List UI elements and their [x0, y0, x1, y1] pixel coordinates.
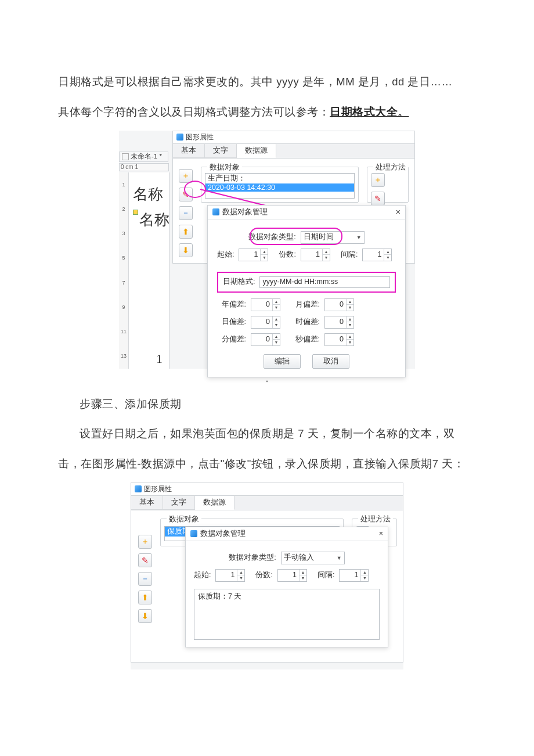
- count-label: 份数:: [279, 250, 295, 260]
- paragraph-1: 日期格式是可以根据自己需求更改的。其中 yyyy 是年，MM 是月，dd 是日……: [58, 67, 476, 97]
- manual-text-input[interactable]: 保质期：7 天: [194, 589, 380, 640]
- year-offset-spinner[interactable]: 0▲▼: [251, 298, 280, 311]
- format-label: 日期格式:: [223, 277, 255, 287]
- step-3-heading: 步骤三、添加保质期: [58, 389, 476, 419]
- minute-offset-label: 分偏差:: [217, 334, 246, 344]
- edit-button-2[interactable]: ✎: [138, 553, 152, 567]
- group-process-method: 处理方法: [373, 163, 408, 172]
- start-label: 起始:: [217, 250, 234, 260]
- gap-spinner-2[interactable]: 1▲▼: [339, 569, 369, 582]
- chevron-down-icon: ▼: [337, 555, 342, 561]
- move-down-button-2[interactable]: ⬇: [138, 609, 152, 623]
- document-tab[interactable]: 未命名-1 *: [119, 152, 168, 162]
- canvas-text-name-2[interactable]: 名称: [133, 210, 169, 230]
- chevron-down-icon: ▼: [356, 235, 362, 240]
- hour-offset-spinner[interactable]: 0▲▼: [324, 316, 354, 329]
- paragraph-2-pre: 具体每个字符的含义以及日期格式调整方法可以参考：: [58, 106, 330, 118]
- tab-text-2[interactable]: 文字: [163, 496, 195, 510]
- highlight-box-format: 日期格式: yyyy-MM-dd HH:mm:ss: [217, 272, 396, 293]
- data-object-manage-dialog-2: 数据对象管理 × 数据对象类型: 手动输入▼ 起始: 1▲▼ 份数: 1▲▼: [185, 527, 388, 647]
- move-up-button-2[interactable]: ⬆: [138, 591, 152, 604]
- type-dropdown[interactable]: 日期时间▼: [301, 231, 365, 244]
- data-object-row-2-selected[interactable]: 2020-03-03 14:42:30: [205, 183, 354, 192]
- link-date-format-guide[interactable]: 日期格式大全。: [330, 106, 409, 118]
- start-spinner-2[interactable]: 1▲▼: [215, 569, 245, 582]
- second-offset-label: 秒偏差:: [285, 334, 320, 344]
- second-offset-spinner[interactable]: 0▲▼: [324, 333, 354, 346]
- minute-offset-spinner[interactable]: 0▲▼: [251, 333, 280, 346]
- group-process-method-2: 处理方法: [358, 514, 393, 524]
- move-down-button[interactable]: ⬇: [179, 243, 193, 257]
- screenshot-date-format: 未命名-1 * 0 cm 1 1235791113 名称 名称 1 图形属性 基…: [119, 131, 415, 369]
- app-icon: [176, 134, 183, 141]
- dialog-close-button-2[interactable]: ×: [379, 530, 383, 538]
- format-input[interactable]: yyyy-MM-dd HH:mm:ss: [259, 276, 390, 288]
- paragraph-2: 具体每个字符的含义以及日期格式调整方法可以参考：日期格式大全。: [58, 97, 476, 127]
- tab-text[interactable]: 文字: [205, 144, 237, 158]
- count-spinner[interactable]: 1▲▼: [301, 249, 330, 261]
- remove-button-2[interactable]: －: [138, 572, 152, 586]
- dialog-title: 数据对象管理: [222, 207, 268, 217]
- type-label: 数据对象类型:: [248, 232, 295, 242]
- ruler-horizontal: 0 cm 1: [119, 163, 169, 171]
- tab-data-source-2[interactable]: 数据源: [195, 496, 234, 510]
- start-spinner[interactable]: 1▲▼: [239, 249, 268, 261]
- dialog-title-2: 数据对象管理: [200, 529, 246, 539]
- add-button[interactable]: ＋: [179, 169, 193, 183]
- properties-tabs: 基本 文字 数据源: [172, 144, 415, 159]
- design-canvas: 1235791113 名称 名称 1: [119, 172, 169, 369]
- data-object-row-1[interactable]: 生产日期：: [205, 174, 354, 183]
- gap-spinner[interactable]: 1▲▼: [362, 249, 392, 261]
- year-offset-label: 年偏差:: [217, 300, 246, 309]
- start-label-2: 起始:: [194, 570, 211, 580]
- screenshot-shelf-life: 图形属性 基本 文字 数据源 ＋ ✎ － ⬆ ⬇ 数据对象: [131, 483, 403, 669]
- hour-offset-label: 时偏差:: [285, 317, 320, 327]
- move-up-button[interactable]: ⬆: [179, 225, 193, 239]
- count-label-2: 份数:: [255, 570, 272, 580]
- data-object-manage-dialog: 数据对象管理 × 数据对象类型: 日期时间▼ 起始: 1▲▼ 份数:: [207, 205, 406, 377]
- selection-handle-icon: [133, 210, 138, 215]
- ruler-vertical: 1235791113: [119, 172, 129, 369]
- canvas-page-number: 1: [156, 351, 163, 366]
- add-button-2[interactable]: ＋: [138, 535, 152, 549]
- day-offset-label: 日偏差:: [217, 317, 246, 327]
- gap-label-2: 间隔:: [317, 570, 334, 580]
- properties-tabs-2: 基本 文字 数据源: [131, 496, 403, 510]
- remove-button[interactable]: －: [179, 206, 193, 220]
- count-spinner-2[interactable]: 1▲▼: [277, 569, 307, 582]
- section-divider-dot: ▪: [58, 378, 476, 384]
- dialog-icon: [212, 208, 219, 215]
- app-icon: [135, 485, 142, 492]
- gap-label: 间隔:: [341, 250, 358, 260]
- type-label-2: 数据对象类型:: [229, 553, 276, 563]
- edit-confirm-button[interactable]: 编辑: [264, 354, 301, 369]
- properties-window-title-2: 图形属性: [131, 483, 403, 496]
- dialog-close-button[interactable]: ×: [396, 207, 400, 217]
- group-data-object-2: 数据对象: [167, 514, 201, 524]
- group-data-object: 数据对象: [207, 163, 242, 172]
- month-offset-spinner[interactable]: 0▲▼: [324, 298, 354, 311]
- type-dropdown-2[interactable]: 手动输入▼: [281, 552, 345, 564]
- method-edit-button[interactable]: ✎: [371, 192, 385, 206]
- dialog-icon-2: [190, 530, 197, 537]
- canvas-text-name-1[interactable]: 名称: [133, 184, 163, 204]
- cancel-button[interactable]: 取消: [312, 354, 349, 369]
- day-offset-spinner[interactable]: 0▲▼: [251, 316, 280, 329]
- properties-window-title: 图形属性: [172, 131, 415, 144]
- edit-button[interactable]: ✎: [179, 188, 193, 201]
- month-offset-label: 月偏差:: [285, 300, 320, 309]
- tab-data-source[interactable]: 数据源: [237, 144, 276, 158]
- method-add-button[interactable]: ＋: [371, 173, 385, 187]
- tab-basic-2[interactable]: 基本: [131, 496, 163, 510]
- tab-basic[interactable]: 基本: [173, 144, 205, 158]
- paragraph-3: 设置好日期之后，如果泡芙面包的保质期是 7 天，复制一个名称的文本，双击，在图形…: [58, 419, 476, 479]
